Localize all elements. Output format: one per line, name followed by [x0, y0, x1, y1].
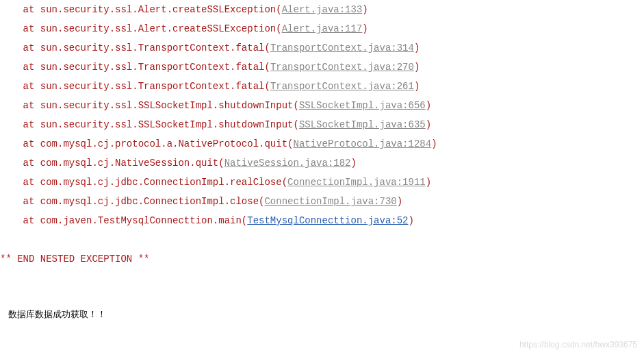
stack-frame: at sun.security.ssl.SSLSocketImpl.shutdo…: [0, 115, 644, 134]
source-file-link[interactable]: NativeProtocol.java:1284: [293, 138, 431, 149]
stack-frame-method: at sun.security.ssl.TransportContext.fat…: [0, 62, 270, 73]
stack-frame-method: at com.mysql.cj.jdbc.ConnectionImpl.clos…: [0, 196, 264, 207]
stack-frame-close: ): [414, 81, 420, 92]
stack-frame: at sun.security.ssl.TransportContext.fat…: [0, 38, 644, 58]
stack-frame-method: at sun.security.ssl.TransportContext.fat…: [0, 81, 270, 92]
stack-frame-close: ): [414, 62, 420, 73]
stack-frame: at sun.security.ssl.Alert.createSSLExcep…: [0, 19, 644, 38]
stack-frame: at sun.security.ssl.Alert.createSSLExcep…: [0, 0, 644, 19]
stack-frame-close: ): [426, 177, 431, 188]
stack-frame-close: ): [431, 138, 437, 149]
stack-frame: at com.javen.TestMysqlConnecttion.main(T…: [0, 211, 644, 230]
stack-frame: at sun.security.ssl.TransportContext.fat…: [0, 58, 644, 77]
stack-trace: at sun.security.ssl.Alert.createSSLExcep…: [0, 0, 644, 230]
stack-frame-method: at sun.security.ssl.SSLSocketImpl.shutdo…: [0, 100, 299, 111]
stack-frame: at com.mysql.cj.jdbc.ConnectionImpl.clos…: [0, 192, 644, 211]
source-file-link[interactable]: TransportContext.java:261: [270, 81, 414, 92]
stack-frame-method: at sun.security.ssl.Alert.createSSLExcep…: [0, 23, 282, 34]
stack-frame: at com.mysql.cj.NativeSession.quit(Nativ…: [0, 153, 644, 173]
stack-frame: at com.mysql.cj.jdbc.ConnectionImpl.real…: [0, 173, 644, 192]
stack-frame-method: at sun.security.ssl.SSLSocketImpl.shutdo…: [0, 119, 299, 130]
source-file-link[interactable]: TransportContext.java:270: [270, 62, 414, 73]
stack-frame-method: at sun.security.ssl.TransportContext.fat…: [0, 42, 270, 53]
watermark: https://blog.csdn.net/hwx393675: [519, 336, 637, 353]
stack-frame-method: at sun.security.ssl.Alert.createSSLExcep…: [0, 4, 282, 15]
source-file-link[interactable]: TestMysqlConnecttion.java:52: [247, 215, 408, 226]
success-message: 数据库数据成功获取！！: [8, 306, 644, 323]
stack-frame: at sun.security.ssl.SSLSocketImpl.shutdo…: [0, 96, 644, 115]
stack-frame-close: ): [426, 100, 431, 111]
stack-frame-close: ): [426, 119, 431, 130]
source-file-link[interactable]: SSLSocketImpl.java:656: [299, 100, 426, 111]
stack-frame-close: ): [362, 4, 368, 15]
stack-frame-method: at com.mysql.cj.jdbc.ConnectionImpl.real…: [0, 177, 287, 188]
stack-frame-close: ): [362, 23, 368, 34]
source-file-link[interactable]: ConnectionImpl.java:730: [264, 196, 396, 207]
stack-frame: at sun.security.ssl.TransportContext.fat…: [0, 77, 644, 96]
end-nested-exception: ** END NESTED EXCEPTION **: [0, 249, 644, 269]
stack-frame-close: ): [409, 215, 414, 226]
source-file-link[interactable]: TransportContext.java:314: [270, 42, 414, 53]
source-file-link[interactable]: SSLSocketImpl.java:635: [299, 119, 426, 130]
stack-frame-close: ): [414, 42, 420, 53]
stack-frame-close: ): [397, 196, 402, 207]
source-file-link[interactable]: Alert.java:117: [282, 23, 363, 34]
source-file-link[interactable]: NativeSession.java:182: [224, 158, 351, 169]
stack-frame-close: ): [351, 158, 357, 169]
stack-frame-method: at com.javen.TestMysqlConnecttion.main(: [0, 215, 247, 226]
source-file-link[interactable]: Alert.java:133: [282, 4, 363, 15]
stack-frame-method: at com.mysql.cj.NativeSession.quit(: [0, 158, 224, 169]
stack-frame-method: at com.mysql.cj.protocol.a.NativeProtoco…: [0, 138, 293, 149]
source-file-link[interactable]: ConnectionImpl.java:1911: [287, 177, 426, 188]
stack-frame: at com.mysql.cj.protocol.a.NativeProtoco…: [0, 134, 644, 153]
